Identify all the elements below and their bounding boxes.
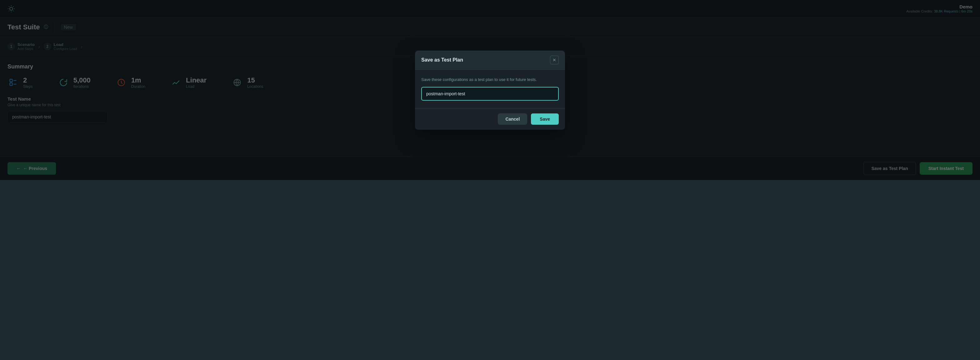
modal-close-button[interactable]: ✕: [550, 56, 559, 64]
modal-header: Save as Test Plan ✕: [415, 51, 565, 70]
save-test-plan-modal: Save as Test Plan ✕ Save these configura…: [415, 51, 565, 130]
modal-title: Save as Test Plan: [421, 57, 463, 63]
modal-body: Save these configurations as a test plan…: [415, 70, 565, 108]
modal-overlay: Save as Test Plan ✕ Save these configura…: [0, 0, 980, 180]
modal-footer: Cancel Save: [415, 108, 565, 130]
modal-save-button[interactable]: Save: [531, 113, 559, 125]
modal-cancel-button[interactable]: Cancel: [498, 113, 527, 125]
modal-description: Save these configurations as a test plan…: [421, 77, 559, 82]
modal-name-input[interactable]: [421, 87, 559, 100]
